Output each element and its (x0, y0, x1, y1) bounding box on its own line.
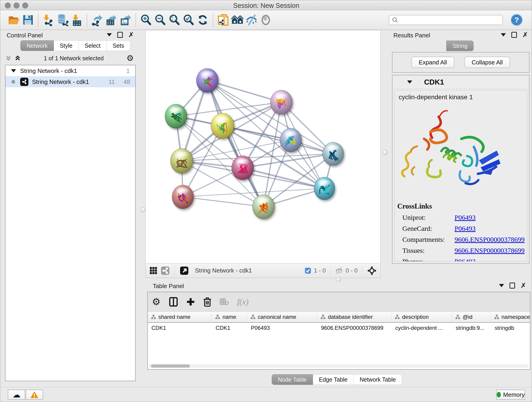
panel-float-icon[interactable] (511, 32, 517, 38)
panel-float-icon[interactable] (510, 283, 515, 288)
import-network-file-icon[interactable] (41, 13, 56, 27)
results-panel-splitter[interactable] (380, 30, 390, 278)
import-table-icon[interactable] (70, 13, 84, 27)
grid-view-icon[interactable] (149, 267, 158, 275)
network-node-HIST1H1A[interactable] (172, 185, 194, 209)
network-node-CCNB2[interactable] (196, 68, 218, 93)
network-options-gear-icon[interactable]: ⚙ (127, 54, 134, 62)
export-table-icon[interactable] (104, 13, 119, 27)
network-node-CDC6[interactable] (280, 128, 302, 152)
network-node-CDK1[interactable] (211, 113, 234, 138)
tab-edge-table[interactable]: Edge Table (313, 374, 354, 385)
show-columns-icon[interactable] (169, 297, 178, 307)
export-network-icon[interactable] (90, 13, 104, 27)
warnings-button[interactable] (26, 390, 43, 400)
tab-sets[interactable]: Sets (107, 40, 130, 51)
export-image-icon[interactable] (119, 13, 133, 27)
open-session-icon[interactable] (7, 13, 21, 27)
panel-menu-icon[interactable] (501, 33, 506, 36)
cell-database-identifier[interactable]: 9606.ENSP00000378699 (317, 323, 392, 333)
network-node-CDC25B[interactable] (165, 104, 187, 128)
delete-column-icon[interactable] (203, 297, 211, 307)
string-home-icon[interactable] (230, 13, 244, 27)
panel-close-icon[interactable]: ✗ (520, 283, 526, 288)
panel-menu-icon[interactable] (107, 33, 112, 36)
cell-description[interactable]: cyclin-dependent ... (392, 323, 452, 333)
zoom-fit-icon[interactable] (167, 13, 181, 27)
column-header-canonical-name[interactable]: canonical name (247, 312, 317, 322)
network-node-CCNA2[interactable] (232, 156, 254, 180)
network-node-CCNE1[interactable] (253, 195, 274, 219)
tab-network[interactable]: Network (20, 40, 54, 51)
cell-name[interactable]: CDK1 (212, 323, 247, 333)
graphics-details-icon[interactable] (259, 13, 273, 27)
zoom-in-icon[interactable] (139, 13, 153, 27)
cell-namespace[interactable]: stringdb (491, 323, 532, 333)
network-view-mode-icon[interactable] (161, 266, 170, 275)
cloud-status-button[interactable]: ☁ (8, 390, 25, 400)
panel-float-icon[interactable] (117, 32, 123, 38)
column-header-name[interactable]: name (212, 312, 247, 322)
zoom-out-icon[interactable] (153, 13, 167, 27)
search-input[interactable] (399, 16, 500, 24)
expand-all-button[interactable]: Expand All (412, 57, 454, 68)
cell-canonical-name[interactable]: P06493 (247, 323, 317, 333)
scrollbar-thumb[interactable] (151, 364, 190, 368)
network-edge-CCNB2-CCNA1[interactable] (207, 80, 281, 102)
gene-collapse-icon[interactable] (407, 80, 412, 84)
detach-view-icon[interactable] (180, 266, 189, 275)
splitter-knob[interactable] (141, 207, 146, 212)
import-network-database-icon[interactable] (56, 13, 70, 27)
expand-all-icon[interactable] (14, 55, 21, 62)
table-panel-splitter[interactable] (146, 278, 532, 282)
selected-checkbox-icon[interactable] (305, 268, 311, 274)
gene-header-row[interactable]: CDK1 (393, 75, 529, 89)
network-edge-CCNB2-CCNE1[interactable] (207, 80, 264, 207)
cell-id[interactable]: stringdb:9... (452, 323, 491, 333)
refresh-view-icon[interactable] (196, 13, 210, 27)
network-node-CCNB1[interactable] (171, 148, 193, 173)
crosslink-pharos-link[interactable]: P06493 (455, 258, 476, 262)
network-collection-row[interactable]: String Network - cdk1 1 (6, 65, 135, 76)
cell-shared-name[interactable]: CDK1 (148, 323, 212, 333)
panel-menu-icon[interactable] (499, 284, 504, 287)
splitter-knob[interactable] (383, 150, 388, 155)
column-header-namespace[interactable]: namespace (491, 312, 532, 322)
create-column-icon[interactable] (186, 298, 195, 306)
table-row[interactable]: CDK1 CDK1 P06493 9606.ENSP00000378699 cy… (148, 323, 530, 333)
network-canvas[interactable]: CCNB2CCNA1CDC25BCDK1CDC6RB1CCNB1CCNA2CDK… (146, 30, 380, 263)
splitter-knob[interactable] (336, 277, 341, 282)
hide-show-icon[interactable] (244, 13, 259, 27)
help-icon[interactable]: ? (511, 14, 523, 26)
tab-select[interactable]: Select (79, 40, 107, 51)
crosslink-uniprot-link[interactable]: P06493 (455, 214, 476, 221)
collapse-all-button[interactable]: Collapse All (464, 57, 510, 68)
birdseye-view-icon[interactable] (367, 266, 377, 275)
table-horizontal-scrollbar[interactable] (149, 364, 529, 368)
collection-expand-icon[interactable] (11, 69, 16, 72)
crosslink-genecard-link[interactable]: P06493 (455, 225, 476, 232)
table-options-gear-icon[interactable]: ⚙ (152, 298, 161, 306)
panel-close-icon[interactable]: ✗ (128, 32, 134, 37)
network-node-CCNA1[interactable] (270, 90, 292, 114)
column-header-database-identifier[interactable]: database identifier (317, 312, 392, 322)
network-node-RB1[interactable] (323, 142, 344, 165)
hidden-eye-slash-icon[interactable] (335, 267, 343, 274)
tab-style[interactable]: Style (54, 40, 79, 51)
tab-string[interactable]: String (446, 41, 474, 51)
column-header-description[interactable]: description (392, 312, 452, 322)
zoom-selected-icon[interactable] (181, 13, 196, 27)
network-row-selected[interactable]: String Network - cdk1 11 48 (6, 76, 135, 87)
column-header-id[interactable]: @id (452, 312, 491, 322)
tab-network-table[interactable]: Network Table (354, 374, 402, 385)
save-session-icon[interactable] (21, 13, 35, 27)
collapse-all-icon[interactable] (5, 55, 12, 62)
string-import-icon[interactable] (216, 13, 230, 27)
panel-close-icon[interactable]: ✗ (522, 32, 528, 37)
column-header-shared-name[interactable]: shared name (148, 312, 212, 322)
tab-node-table[interactable]: Node Table (272, 374, 313, 385)
network-edge-CCNE1-HIST1H1A[interactable] (183, 197, 264, 207)
crosslink-tissues-link[interactable]: 9606.ENSP00000378699 (455, 247, 525, 254)
control-panel-splitter[interactable] (141, 30, 146, 387)
memory-button[interactable]: Memory (496, 390, 525, 400)
